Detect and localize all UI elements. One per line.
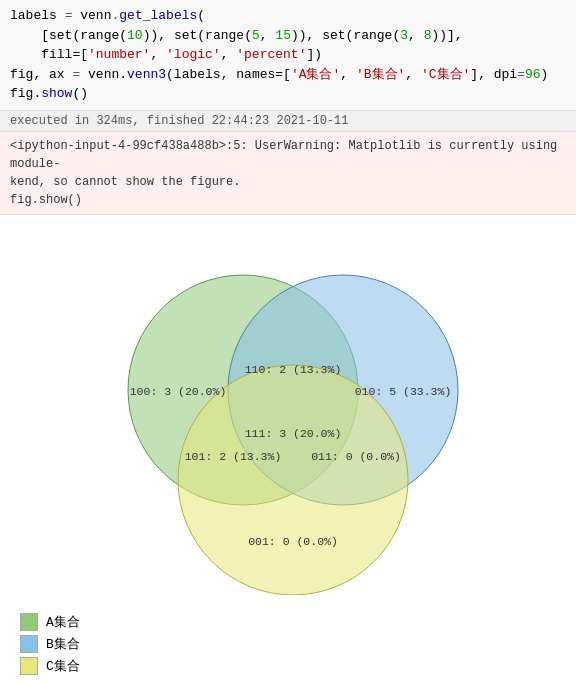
warning-line-3: fig.show(): [10, 191, 566, 209]
legend-box-c: [20, 657, 38, 675]
legend: A集合 B集合 C集合: [0, 605, 576, 684]
exec-info: executed in 324ms, finished 22:44:23 202…: [0, 111, 576, 132]
label-100: 100: 3 (20.0%): [130, 385, 227, 398]
venn-diagram: 100: 3 (20.0%) 010: 5 (33.3%) 110: 2 (13…: [0, 215, 576, 605]
legend-item-b: B集合: [20, 635, 556, 653]
circle-c: [178, 365, 408, 595]
code-line-1: labels = venn.get_labels(: [10, 6, 566, 26]
label-001: 001: 0 (0.0%): [248, 535, 338, 548]
label-101: 101: 2 (13.3%): [185, 450, 282, 463]
code-line-2: [set(range(10)), set(range(5, 15)), set(…: [10, 26, 566, 46]
legend-label-a: A集合: [46, 613, 80, 631]
venn-svg: 100: 3 (20.0%) 010: 5 (33.3%) 110: 2 (13…: [58, 225, 518, 595]
code-line-5: fig.show(): [10, 84, 566, 104]
warning-line-2: kend, so cannot show the figure.: [10, 173, 566, 191]
legend-label-c: C集合: [46, 657, 80, 675]
legend-item-c: C集合: [20, 657, 556, 675]
code-line-3: fill=['number', 'logic', 'percent']): [10, 45, 566, 65]
label-110: 110: 2 (13.3%): [245, 363, 342, 376]
warning-block: <ipython-input-4-99cf438a488b>:5: UserWa…: [0, 132, 576, 215]
legend-box-a: [20, 613, 38, 631]
warning-line-1: <ipython-input-4-99cf438a488b>:5: UserWa…: [10, 137, 566, 173]
legend-label-b: B集合: [46, 635, 80, 653]
legend-item-a: A集合: [20, 613, 556, 631]
legend-box-b: [20, 635, 38, 653]
code-block: labels = venn.get_labels( [set(range(10)…: [0, 0, 576, 111]
label-010: 010: 5 (33.3%): [355, 385, 452, 398]
code-line-4: fig, ax = venn.venn3(labels, names=['A集合…: [10, 65, 566, 85]
label-111: 111: 3 (20.0%): [245, 427, 342, 440]
label-011: 011: 0 (0.0%): [311, 450, 401, 463]
